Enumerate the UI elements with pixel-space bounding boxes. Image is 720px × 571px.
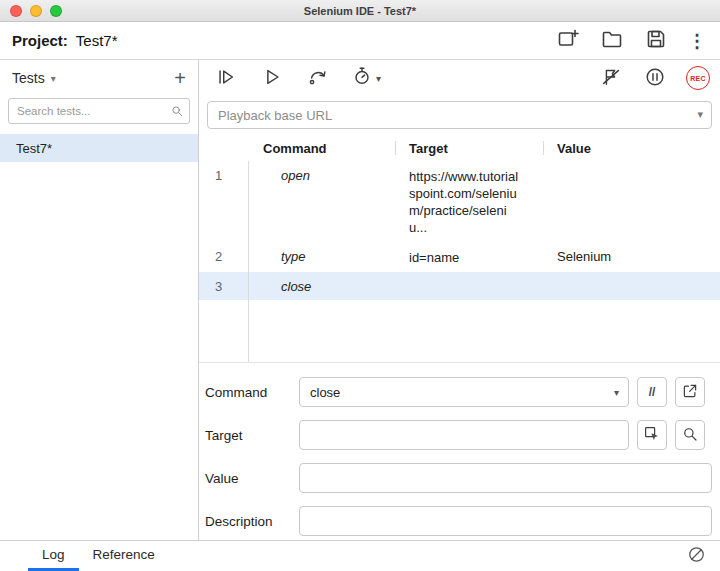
- add-test-button[interactable]: +: [174, 68, 186, 88]
- base-url-row: ▾: [199, 96, 720, 135]
- footer-bar: Log Reference: [0, 540, 720, 571]
- save-project-button[interactable]: [642, 25, 670, 56]
- table-row-target-selected[interactable]: [395, 272, 543, 300]
- record-button[interactable]: REC: [686, 66, 710, 90]
- titlebar: Selenium IDE - Test7*: [0, 0, 720, 22]
- command-field-label: Command: [205, 385, 299, 400]
- value-column-header: Value: [543, 135, 720, 161]
- row-number-header: [199, 135, 249, 161]
- url-dropdown-caret-icon[interactable]: ▾: [697, 108, 703, 121]
- command-select-value: close: [310, 385, 340, 400]
- pause-on-exceptions-button[interactable]: [642, 64, 668, 93]
- playback-base-url-input[interactable]: [207, 101, 712, 129]
- search-icon: [681, 425, 699, 446]
- no-entry-icon: [687, 545, 706, 567]
- body: Tests ▾ + Test7*: [0, 60, 720, 540]
- test-speed-control[interactable]: ▾: [351, 65, 381, 91]
- test-search: [8, 98, 190, 124]
- toggle-comment-button[interactable]: //: [637, 377, 667, 407]
- tab-log-label: Log: [42, 547, 65, 562]
- slashed-flag-icon: [600, 66, 622, 91]
- table-row-target[interactable]: id=name: [395, 242, 543, 272]
- command-select-caret-icon: ▾: [614, 387, 619, 398]
- more-menu-button[interactable]: ⋮: [686, 30, 708, 52]
- open-folder-icon: [600, 27, 624, 54]
- close-window-button[interactable]: [10, 5, 22, 17]
- command-select[interactable]: close ▾: [299, 377, 629, 407]
- main-content: ▾: [199, 60, 720, 540]
- grid-empty-gutter: [199, 300, 249, 362]
- search-tests-input[interactable]: [8, 98, 190, 124]
- table-row-command[interactable]: type: [249, 242, 395, 272]
- row-number: 1: [199, 161, 249, 242]
- step-over-icon: [307, 66, 329, 91]
- project-actions: ⋮: [554, 25, 708, 56]
- open-in-new-icon: [681, 382, 699, 403]
- test-list-item[interactable]: Test7*: [0, 134, 198, 162]
- minimize-window-button[interactable]: [30, 5, 42, 17]
- tests-sidebar: Tests ▾ + Test7*: [0, 60, 199, 540]
- description-form-row: Description: [205, 506, 712, 536]
- run-all-tests-button[interactable]: [213, 64, 239, 93]
- clear-log-button[interactable]: [685, 543, 708, 569]
- tests-header-row: Tests ▾ +: [0, 60, 198, 96]
- description-field-label: Description: [205, 514, 299, 529]
- project-label: Project:: [12, 32, 68, 49]
- table-row-command-selected[interactable]: close: [249, 272, 395, 300]
- open-reference-button[interactable]: [675, 377, 705, 407]
- app-window: Selenium IDE - Test7* Project: Test7*: [0, 0, 720, 571]
- table-row-value[interactable]: [543, 161, 720, 242]
- command-grid: Command Target Value 1 open https://www.…: [199, 135, 720, 363]
- select-target-button[interactable]: [637, 420, 667, 450]
- target-input[interactable]: [299, 420, 629, 450]
- select-target-icon: [643, 425, 661, 446]
- save-icon: [644, 27, 668, 54]
- footer-actions: [685, 541, 720, 571]
- disable-breakpoints-button[interactable]: [598, 64, 624, 93]
- command-detail-form: Command close ▾ //: [199, 363, 720, 549]
- chevron-down-icon[interactable]: ▾: [51, 73, 56, 84]
- target-form-row: Target: [205, 420, 712, 450]
- stopwatch-icon: [351, 65, 373, 91]
- speed-caret-icon: ▾: [376, 73, 381, 84]
- toolbar-left: ▾: [213, 64, 381, 93]
- step-over-button[interactable]: [305, 64, 331, 93]
- tab-log[interactable]: Log: [28, 541, 79, 571]
- row-number: 2: [199, 242, 249, 272]
- run-all-icon: [215, 66, 237, 91]
- command-column-header: Command: [249, 135, 395, 161]
- project-name: Test7*: [76, 32, 118, 49]
- table-row-command[interactable]: open: [249, 161, 395, 242]
- new-project-button[interactable]: [554, 25, 582, 56]
- run-current-test-button[interactable]: [259, 64, 285, 93]
- traffic-lights: [10, 5, 62, 17]
- table-row-target[interactable]: https://www.tutorialspoint.com/selenium/…: [395, 161, 543, 242]
- toolbar-right: REC: [598, 64, 710, 93]
- target-field-label: Target: [205, 428, 299, 443]
- pause-circle-icon: [644, 66, 666, 91]
- window-title: Selenium IDE - Test7*: [0, 5, 720, 17]
- command-form-row: Command close ▾ //: [205, 377, 712, 407]
- description-input[interactable]: [299, 506, 712, 536]
- playback-toolbar: ▾: [199, 60, 720, 96]
- tab-reference-label: Reference: [93, 547, 155, 562]
- find-target-button[interactable]: [675, 420, 705, 450]
- value-field-label: Value: [205, 471, 299, 486]
- row-number: 3: [199, 272, 249, 300]
- table-row-value-selected[interactable]: [543, 272, 720, 300]
- tab-reference[interactable]: Reference: [79, 541, 169, 571]
- project-header: Project: Test7*: [0, 22, 720, 60]
- table-row-value[interactable]: Selenium: [543, 242, 720, 272]
- tests-dropdown[interactable]: Tests: [12, 70, 45, 86]
- zoom-window-button[interactable]: [50, 5, 62, 17]
- kebab-menu-icon: ⋮: [688, 32, 706, 50]
- new-project-icon: [556, 27, 580, 54]
- open-project-button[interactable]: [598, 25, 626, 56]
- test-item-label: Test7*: [16, 141, 52, 156]
- value-form-row: Value: [205, 463, 712, 493]
- value-input[interactable]: [299, 463, 712, 493]
- play-icon: [261, 66, 283, 91]
- target-column-header: Target: [395, 135, 543, 161]
